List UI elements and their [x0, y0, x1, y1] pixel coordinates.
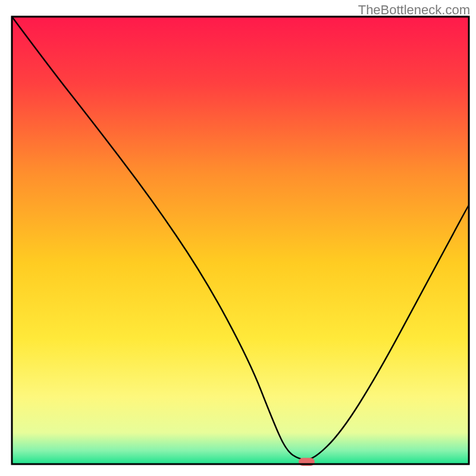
plot-area: [12, 17, 469, 464]
bottleneck-chart: [0, 0, 476, 476]
watermark-text: TheBottleneck.com: [358, 2, 470, 18]
